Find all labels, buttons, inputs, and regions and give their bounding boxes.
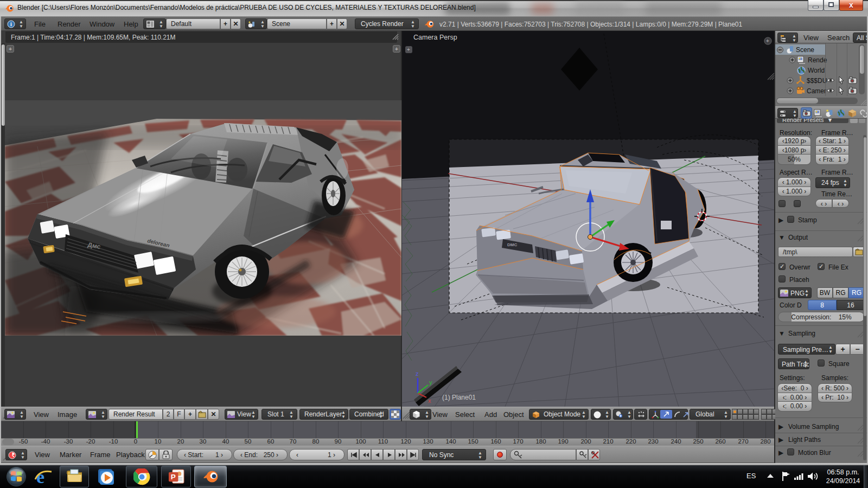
svg-text:y: y (429, 379, 432, 386)
svg-text:+: + (766, 38, 769, 44)
svg-text:(1) Plane01: (1) Plane01 (442, 394, 476, 401)
svg-text:i: i (10, 21, 12, 27)
svg-text:DMC: DMC (507, 242, 517, 247)
svg-text:P: P (171, 473, 176, 481)
svg-text:x: x (428, 397, 431, 404)
svg-text:+: + (407, 47, 410, 53)
svg-text:z: z (416, 370, 419, 377)
svg-text:Camera Persp: Camera Persp (413, 34, 457, 41)
